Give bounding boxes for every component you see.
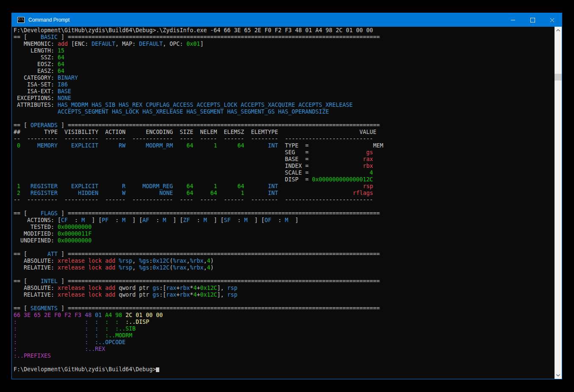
terminal-line: 2 REGISTER HIDDEN W NONE 64 64 1 INT rfl… [14, 190, 555, 197]
terminal-line: : : : : :..SIB [14, 325, 555, 332]
terminal-line: == [ SEGMENTS ] ========================… [14, 305, 555, 312]
vertical-scrollbar[interactable] [555, 27, 562, 379]
terminal-line: : : :..OPCODE [14, 339, 555, 346]
maximize-button[interactable] [523, 13, 542, 27]
terminal-line [14, 298, 555, 305]
cmd-icon[interactable]: C:\ [17, 17, 25, 23]
console-area[interactable]: F:\Development\GitHub\zydis\Build64\Debu… [12, 27, 562, 379]
terminal-line [14, 359, 555, 366]
terminal-line: F:\Development\GitHub\zydis\Build64\Debu… [14, 27, 555, 34]
terminal-line: BASE = rax [14, 156, 555, 163]
command-prompt-window: C:\ Command Prompt F:\Development\GitHub… [11, 13, 562, 379]
terminal-line: ISA-SET: I86 [14, 81, 555, 88]
terminal-line: == [ FLAGS ] ===========================… [14, 210, 555, 217]
terminal-line: SCALE = 4 [14, 170, 555, 176]
terminal-line: : : : : : :..DISP [14, 319, 555, 325]
window-controls [503, 13, 562, 27]
terminal-line: ABSOLUTE: xrelease lock add qword ptr gs… [14, 285, 555, 292]
title-bar[interactable]: C:\ Command Prompt [12, 13, 562, 27]
chevron-down-icon [556, 374, 560, 376]
terminal-line: ## TYPE VISIBILITY ACTION ENCODING SIZE … [14, 129, 555, 136]
text-cursor [156, 367, 159, 372]
terminal-line: == [ OPERANDS ] ========================… [14, 122, 555, 129]
terminal-line: ISA-EXT: BASE [14, 88, 555, 95]
terminal-line [14, 115, 555, 122]
minimize-icon [511, 20, 515, 20]
terminal-line [14, 203, 555, 210]
terminal-line [14, 244, 555, 251]
desktop: { "window": { "title": "Command Prompt",… [0, 0, 574, 392]
terminal-line: EASZ: 64 [14, 68, 555, 75]
terminal-line: F:\Development\GitHub\zydis\Build64\Debu… [14, 366, 555, 373]
terminal-output: F:\Development\GitHub\zydis\Build64\Debu… [12, 27, 555, 379]
close-icon [550, 18, 555, 22]
terminal-line: 66 3E 65 2E F0 F2 F3 48 01 A4 98 2C 01 0… [14, 312, 555, 319]
scroll-down-button[interactable] [555, 372, 562, 379]
terminal-line: CATEGORY: BINARY [14, 75, 555, 81]
terminal-line: == [ ATT ] =============================… [14, 251, 555, 258]
terminal-line: DISP = 0x000000000000012C [14, 176, 555, 183]
terminal-line: MODIFIED: 0x0000011F [14, 231, 555, 237]
terminal-line: : : : :..MODRM [14, 332, 555, 339]
terminal-line: ATTRIBUTES: HAS_MODRM HAS_SIB HAS_REX CP… [14, 102, 555, 108]
terminal-line: SEG = gs [14, 149, 555, 156]
chevron-up-icon [556, 29, 560, 31]
terminal-line: EOSZ: 64 [14, 61, 555, 68]
terminal-line: == [ INTEL ] ===========================… [14, 278, 555, 285]
terminal-line: ACCEPTS_SEGMENT HAS_LOCK HAS_XRELEASE HA… [14, 108, 555, 115]
close-button[interactable] [542, 13, 562, 27]
maximize-icon [530, 18, 535, 22]
terminal-line: == [ BASIC ] ===========================… [14, 34, 555, 41]
window-title: Command Prompt [28, 17, 69, 23]
terminal-line: LENGTH: 15 [14, 47, 555, 54]
terminal-line: -- --------- ---------- ------ ---------… [14, 136, 555, 142]
minimize-button[interactable] [503, 13, 523, 27]
terminal-line: :..PREFIXES [14, 353, 555, 359]
terminal-line: ABSOLUTE: xrelease lock add %rsp, %gs:0x… [14, 258, 555, 264]
terminal-line: RELATIVE: xrelease lock add qword ptr gs… [14, 292, 555, 298]
terminal-line: MNEMONIC: add [ENC: DEFAULT, MAP: DEFAUL… [14, 41, 555, 47]
terminal-line [14, 271, 555, 278]
terminal-line: ACTIONS: [CF : M ] [PF : M ] [AF : M ] [… [14, 217, 555, 224]
terminal-line: EXCEPTIONS: NONE [14, 95, 555, 102]
terminal-line: SSZ: 64 [14, 54, 555, 61]
terminal-line: 0 MEMORY EXPLICIT RW MODRM_RM 64 1 64 IN… [14, 142, 555, 149]
terminal-line: RELATIVE: xrelease lock add %rsp, %gs:0x… [14, 264, 555, 271]
scroll-up-button[interactable] [555, 27, 562, 34]
terminal-line: INDEX = rbx [14, 163, 555, 170]
terminal-line: 1 REGISTER EXPLICIT R MODRM_REG 64 1 64 … [14, 183, 555, 190]
scrollbar-thumb[interactable] [555, 74, 562, 81]
terminal-line: -- --------- ---------- ------ ---------… [14, 197, 555, 203]
terminal-line: : :..REX [14, 346, 555, 353]
terminal-line: TESTED: 0x00000000 [14, 224, 555, 231]
terminal-line: UNDEFINED: 0x00000000 [14, 237, 555, 244]
